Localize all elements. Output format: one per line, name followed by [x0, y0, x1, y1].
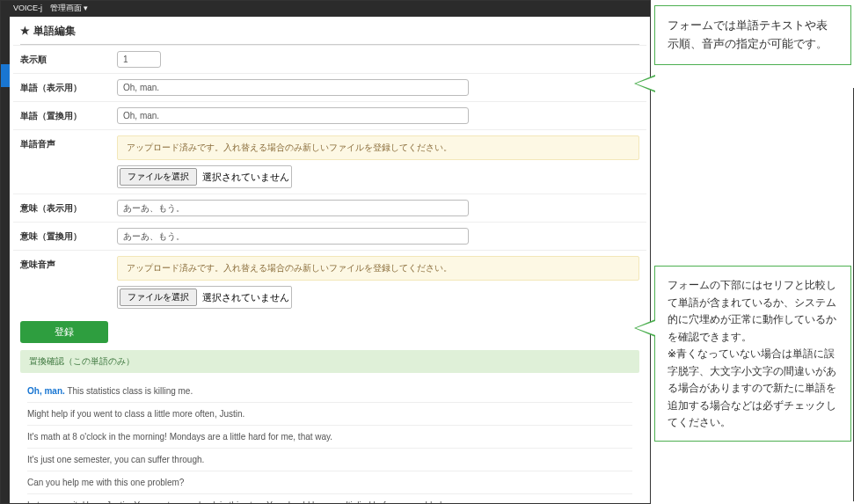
connector-line — [853, 88, 854, 501]
row-word-replace: 単語（置換用） — [13, 101, 646, 129]
main-content: ★単語編集 表示順 単語（表示用） 単語（置換用） 単語音声 アップロード済みで… — [13, 17, 646, 503]
row-display-order: 表示順 — [13, 45, 646, 73]
dialog-line: It's just one semester, you can suffer t… — [27, 449, 632, 471]
page-title: ★単語編集 — [13, 17, 646, 44]
row-meaning-display: 意味（表示用） — [13, 194, 646, 222]
row-word-audio: 単語音声 アップロード済みです。入れ替える場合のみ新しいファイルを登録してくださ… — [13, 129, 646, 194]
input-meaning-display[interactable] — [117, 200, 469, 216]
dialog-line: Let me see it. Here, Justin. You went wr… — [27, 494, 632, 503]
input-display-order[interactable] — [117, 51, 161, 68]
callout-bottom: フォームの下部にはセリフと比較して単語が含まれているか、システム的に穴埋めが正常… — [654, 266, 851, 442]
page-title-text: 単語編集 — [33, 25, 76, 37]
callout-tail-icon — [634, 319, 655, 337]
file-none-label-2: 選択されていません — [202, 291, 289, 304]
file-meaning-audio[interactable]: ファイルを選択 選択されていません — [117, 286, 292, 309]
file-none-label: 選択されていません — [202, 171, 289, 184]
file-select-button[interactable]: ファイルを選択 — [120, 168, 197, 186]
callout-top: フォームでは単語テキストや表示順、音声の指定が可能です。 — [654, 5, 851, 65]
alert-meaning-audio: アップロード済みです。入れ替える場合のみ新しいファイルを登録してください。 — [117, 256, 639, 281]
dialog-line: Might help if you went to class a little… — [27, 403, 632, 426]
input-meaning-replace[interactable] — [117, 228, 469, 245]
row-word-display: 単語（表示用） — [13, 73, 646, 101]
topbar-menu[interactable]: 管理画面 ▾ — [50, 4, 89, 12]
row-meaning-audio: 意味音声 アップロード済みです。入れ替える場合のみ新しいファイルを登録してくださ… — [13, 250, 646, 314]
star-icon: ★ — [20, 25, 30, 37]
dialog-line: It's math at 8 o'clock in the morning! M… — [27, 426, 632, 449]
row-meaning-replace: 意味（置換用） — [13, 222, 646, 250]
callout-top-text: フォームでは単語テキストや表示順、音声の指定が可能です。 — [668, 18, 828, 50]
submit-button[interactable]: 登録 — [20, 321, 108, 343]
label-word-display: 単語（表示用） — [20, 79, 117, 94]
highlighted-word: Oh, man. — [27, 386, 65, 396]
input-word-display[interactable] — [117, 79, 469, 96]
input-word-replace[interactable] — [117, 107, 469, 124]
dialog-lines: Oh, man. This statistics class is killin… — [13, 380, 646, 503]
replacement-check-header: 置換確認（この単語のみ） — [20, 350, 639, 373]
brand-label[interactable]: VOICE-j — [13, 4, 42, 12]
file-select-button-2[interactable]: ファイルを選択 — [120, 289, 197, 306]
alert-word-audio: アップロード済みです。入れ替える場合のみ新しいファイルを登録してください。 — [117, 135, 639, 160]
label-word-audio: 単語音声 — [20, 135, 117, 150]
callout-tail-icon — [634, 75, 655, 92]
label-meaning-audio: 意味音声 — [20, 256, 117, 271]
label-display-order: 表示順 — [20, 51, 117, 66]
sidebar-active-marker — [1, 64, 10, 87]
label-word-replace: 単語（置換用） — [20, 107, 117, 122]
dialog-line: Oh, man. This statistics class is killin… — [27, 380, 632, 403]
topbar: VOICE-j 管理画面 ▾ — [1, 1, 650, 17]
file-word-audio[interactable]: ファイルを選択 選択されていません — [117, 165, 292, 188]
dialog-line: Can you help me with this one problem? — [27, 471, 632, 494]
label-meaning-display: 意味（表示用） — [20, 200, 117, 215]
callout-bottom-text: フォームの下部にはセリフと比較して単語が含まれているか、システム的に穴埋めが正常… — [668, 280, 836, 427]
app-window: VOICE-j 管理画面 ▾ ★単語編集 表示順 単語（表示用） 単語（置換用）… — [0, 0, 651, 504]
label-meaning-replace: 意味（置換用） — [20, 228, 117, 243]
